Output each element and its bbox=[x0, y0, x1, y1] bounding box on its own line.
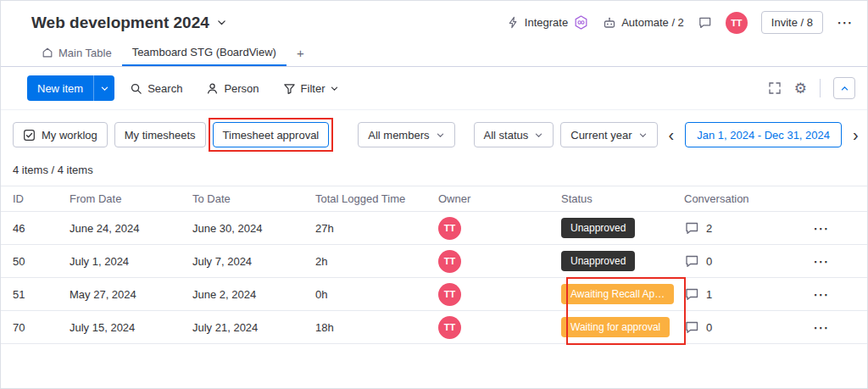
timesheet-approval-label: Timesheet approval bbox=[223, 129, 320, 142]
status-dropdown[interactable]: All status bbox=[474, 122, 554, 147]
search-button[interactable]: Search bbox=[121, 75, 191, 101]
filter-button[interactable]: Filter bbox=[275, 75, 348, 101]
cell-conversation: 2 bbox=[684, 220, 786, 236]
conversation-bubble-icon[interactable] bbox=[684, 253, 699, 269]
tab-teamboard-stg[interactable]: Teamboard STG (BoardView) bbox=[122, 39, 287, 66]
status-badge[interactable]: Waiting for approval bbox=[561, 317, 670, 337]
person-filter-button[interactable]: Person bbox=[198, 75, 267, 101]
next-period-button[interactable]: › bbox=[849, 126, 863, 143]
cell-status: Unapproved bbox=[561, 218, 684, 238]
cell-menu: ⋯ bbox=[786, 220, 867, 236]
status-badge[interactable]: Awaiting Recall Ap… bbox=[561, 284, 674, 304]
my-worklog-button[interactable]: My worklog bbox=[13, 122, 108, 147]
row-menu-button[interactable]: ⋯ bbox=[813, 220, 830, 236]
integrate-bolt-icon bbox=[507, 16, 520, 29]
title-chevron-down-icon[interactable] bbox=[216, 17, 227, 28]
cell-id: 70 bbox=[1, 321, 70, 334]
my-worklog-label: My worklog bbox=[42, 129, 97, 142]
date-range-button[interactable]: Jan 1, 2024 - Dec 31, 2024 bbox=[685, 122, 842, 147]
row-menu-button[interactable]: ⋯ bbox=[813, 286, 830, 303]
period-dropdown[interactable]: Current year bbox=[560, 122, 657, 147]
board-page: Web development 2024 Integrate Automate … bbox=[0, 0, 868, 389]
tab-main-table[interactable]: Main Table bbox=[31, 39, 122, 66]
search-icon bbox=[130, 82, 142, 95]
members-dropdown-value: All members bbox=[368, 129, 429, 142]
invite-button[interactable]: Invite / 8 bbox=[761, 11, 823, 34]
cell-to-date: July 7, 2024 bbox=[192, 255, 315, 268]
checkbox-check-icon bbox=[23, 129, 36, 142]
cell-total-logged-time: 18h bbox=[315, 321, 438, 334]
cell-status: Waiting for approval bbox=[561, 317, 684, 337]
cell-conversation: 1 bbox=[684, 286, 786, 302]
cell-total-logged-time: 2h bbox=[315, 255, 438, 268]
owner-avatar[interactable]: TT bbox=[438, 250, 461, 273]
column-header-conversation: Conversation bbox=[684, 192, 786, 205]
row-menu-button[interactable]: ⋯ bbox=[813, 253, 830, 270]
conversation-count: 0 bbox=[706, 321, 712, 334]
table-header-row: ID From Date To Date Total Logged Time O… bbox=[1, 186, 867, 212]
owner-avatar[interactable]: TT bbox=[438, 283, 461, 306]
board-header: Web development 2024 Integrate Automate … bbox=[1, 1, 867, 39]
owner-avatar[interactable]: TT bbox=[438, 316, 461, 339]
integrate-label: Integrate bbox=[525, 16, 568, 29]
cell-status: Awaiting Recall Ap… bbox=[561, 284, 684, 304]
cell-owner: TT bbox=[438, 283, 561, 306]
status-dropdown-value: All status bbox=[484, 129, 529, 142]
cell-owner: TT bbox=[438, 316, 561, 339]
conversation-bubble-icon[interactable] bbox=[684, 320, 699, 335]
board-toolbar: New item Search Person Filter bbox=[1, 67, 867, 110]
new-item-button[interactable]: New item bbox=[27, 75, 114, 101]
members-dropdown[interactable]: All members bbox=[358, 122, 454, 147]
cell-id: 51 bbox=[1, 288, 70, 301]
column-header-owner: Owner bbox=[438, 192, 561, 205]
row-menu-button[interactable]: ⋯ bbox=[813, 320, 830, 336]
conversation-count: 1 bbox=[706, 288, 712, 301]
header-more-button[interactable]: ⋯ bbox=[837, 14, 854, 31]
new-item-chevron-down-icon[interactable] bbox=[93, 75, 114, 101]
cell-from-date: July 1, 2024 bbox=[70, 255, 192, 268]
status-badge[interactable]: Unapproved bbox=[561, 218, 635, 238]
conversation-bubble-icon[interactable] bbox=[684, 220, 699, 236]
home-icon bbox=[42, 47, 53, 58]
person-label: Person bbox=[224, 82, 259, 95]
collapse-toolbar-button[interactable] bbox=[833, 77, 855, 99]
cell-to-date: June 2, 2024 bbox=[192, 288, 315, 301]
timesheet-table: ID From Date To Date Total Logged Time O… bbox=[1, 186, 867, 344]
integration-app-hexagon-icon bbox=[573, 14, 589, 31]
cell-id: 50 bbox=[1, 255, 70, 268]
members-chevron-down-icon bbox=[436, 131, 445, 140]
add-view-button[interactable]: + bbox=[287, 39, 314, 66]
conversation-count: 0 bbox=[706, 255, 712, 268]
integrate-button[interactable]: Integrate bbox=[507, 14, 589, 31]
automate-button[interactable]: Automate / 2 bbox=[603, 16, 684, 30]
cell-conversation: 0 bbox=[684, 253, 786, 269]
view-tabs: Main Table Teamboard STG (BoardView) + bbox=[1, 39, 867, 67]
owner-avatar[interactable]: TT bbox=[438, 217, 461, 240]
chat-bubble-icon bbox=[698, 15, 712, 30]
prev-period-button[interactable]: ‹ bbox=[665, 126, 679, 143]
timesheet-filter-row: My worklog My timesheets Timesheet appro… bbox=[1, 110, 867, 158]
filter-label: Filter bbox=[301, 82, 326, 95]
table-row: 70 July 15, 2024 July 21, 2024 18h TT Wa… bbox=[1, 311, 867, 344]
chevron-up-icon bbox=[840, 84, 849, 93]
user-avatar[interactable]: TT bbox=[726, 12, 748, 34]
gear-icon[interactable]: ⚙ bbox=[794, 80, 807, 97]
my-timesheets-button[interactable]: My timesheets bbox=[114, 122, 206, 147]
chat-button[interactable] bbox=[698, 15, 712, 30]
plus-icon: + bbox=[297, 46, 304, 60]
table-body: 46 June 24, 2024 June 30, 2024 27h TT Un… bbox=[1, 212, 867, 344]
table-row: 51 May 27, 2024 June 2, 2024 0h TT Await… bbox=[1, 278, 867, 311]
conversation-bubble-icon[interactable] bbox=[684, 286, 699, 302]
column-header-status: Status bbox=[561, 192, 684, 205]
timesheet-approval-button[interactable]: Timesheet approval bbox=[213, 122, 330, 147]
more-dots-icon: ⋯ bbox=[837, 14, 854, 31]
fullscreen-icon[interactable] bbox=[768, 81, 782, 95]
cell-to-date: July 21, 2024 bbox=[192, 321, 315, 334]
cell-menu: ⋯ bbox=[786, 320, 867, 336]
cell-from-date: July 15, 2024 bbox=[70, 321, 192, 334]
cell-menu: ⋯ bbox=[786, 286, 867, 303]
cell-status: Unapproved bbox=[561, 251, 684, 271]
period-dropdown-value: Current year bbox=[570, 129, 632, 142]
status-badge[interactable]: Unapproved bbox=[561, 251, 635, 271]
column-header-total-logged-time: Total Logged Time bbox=[315, 192, 438, 205]
